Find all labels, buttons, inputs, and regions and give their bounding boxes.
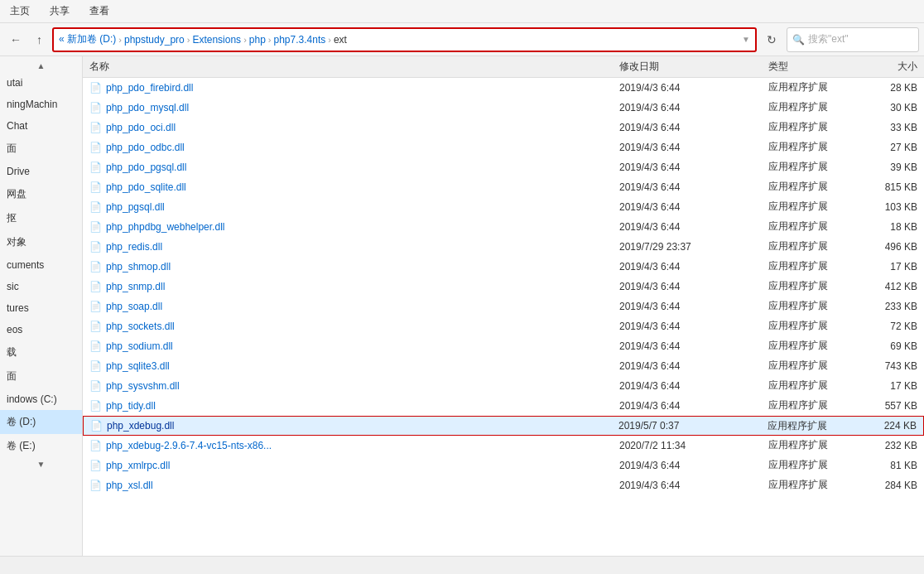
sidebar-scroll-up[interactable]: ▲	[0, 60, 82, 72]
address-box[interactable]: « 新加卷 (D:) › phpstudy_pro › Extensions ›…	[52, 27, 757, 52]
back-button[interactable]: ←	[5, 31, 26, 48]
file-name-cell: 📄 php_pdo_firebird.dll	[89, 82, 619, 94]
refresh-button[interactable]: ↻	[762, 31, 782, 48]
file-size: 17 KB	[851, 261, 917, 273]
file-name-text: php_pdo_pgsql.dll	[106, 162, 186, 173]
col-date[interactable]: 修改日期	[619, 60, 768, 74]
forward-button[interactable]: ↑	[31, 31, 47, 48]
sidebar-item-11[interactable]: eos	[0, 319, 82, 340]
sidebar-item-3[interactable]: 面	[0, 137, 82, 161]
file-name-text: php_xmlrpc.dll	[106, 460, 170, 471]
file-type: 应用程序扩展	[768, 339, 851, 353]
dll-icon: 📄	[89, 301, 102, 312]
col-type[interactable]: 类型	[768, 60, 851, 74]
sidebar-item-8[interactable]: cuments	[0, 254, 82, 276]
breadcrumb-php[interactable]: php	[249, 34, 266, 46]
sidebar-item-13[interactable]: 面	[0, 364, 82, 388]
col-name[interactable]: 名称	[89, 60, 619, 74]
menu-home[interactable]: 主页	[7, 2, 33, 20]
table-row[interactable]: 📄 php_xdebug.dll 2019/5/7 0:37 应用程序扩展 22…	[83, 416, 924, 436]
table-row[interactable]: 📄 php_pgsql.dll 2019/4/3 6:44 应用程序扩展 103…	[83, 197, 924, 217]
table-row[interactable]: 📄 php_tidy.dll 2019/4/3 6:44 应用程序扩展 557 …	[83, 396, 924, 416]
table-row[interactable]: 📄 php_snmp.dll 2019/4/3 6:44 应用程序扩展 412 …	[83, 277, 924, 297]
sidebar-item-7[interactable]: 对象	[0, 230, 82, 254]
table-row[interactable]: 📄 php_pdo_sqlite.dll 2019/4/3 6:44 应用程序扩…	[83, 177, 924, 197]
sidebar-item-9[interactable]: sic	[0, 276, 82, 297]
file-date: 2019/4/3 6:44	[619, 181, 768, 193]
table-row[interactable]: 📄 php_sodium.dll 2019/4/3 6:44 应用程序扩展 69…	[83, 336, 924, 356]
sidebar-item-2[interactable]: Chat	[0, 115, 82, 137]
table-row[interactable]: 📄 php_xdebug-2.9.6-7.4-vc15-nts-x86... 2…	[83, 436, 924, 456]
breadcrumb: « 新加卷 (D:) › phpstudy_pro › Extensions ›…	[59, 32, 735, 46]
file-type: 应用程序扩展	[768, 259, 851, 273]
dll-icon: 📄	[89, 321, 102, 332]
breadcrumb-phpver[interactable]: php7.3.4nts	[274, 34, 326, 46]
file-date: 2019/4/3 6:44	[619, 460, 768, 471]
file-date: 2019/4/3 6:44	[619, 162, 768, 173]
file-size: 815 KB	[851, 181, 917, 193]
file-name-cell: 📄 php_xdebug.dll	[90, 420, 618, 432]
breadcrumb-extensions[interactable]: Extensions	[192, 34, 241, 46]
dll-icon: 📄	[89, 340, 102, 352]
address-chevron-icon[interactable]: ▼	[742, 35, 750, 44]
sidebar-item-14[interactable]: indows (C:)	[0, 388, 82, 410]
col-size[interactable]: 大小	[851, 60, 917, 74]
file-type: 应用程序扩展	[768, 419, 850, 433]
menu-view[interactable]: 查看	[86, 2, 113, 20]
table-row[interactable]: 📄 php_pdo_mysql.dll 2019/4/3 6:44 应用程序扩展…	[83, 98, 924, 118]
table-row[interactable]: 📄 php_redis.dll 2019/7/29 23:37 应用程序扩展 4…	[83, 237, 924, 257]
menu-share[interactable]: 共享	[46, 2, 73, 20]
breadcrumb-phpstudy[interactable]: phpstudy_pro	[124, 34, 185, 46]
sidebar-item-10[interactable]: tures	[0, 297, 82, 319]
breadcrumb-drive[interactable]: « 新加卷 (D:)	[59, 32, 116, 46]
file-name-text: php_soap.dll	[106, 301, 162, 312]
table-row[interactable]: 📄 php_sysvshm.dll 2019/4/3 6:44 应用程序扩展 1…	[83, 376, 924, 396]
table-row[interactable]: 📄 php_sockets.dll 2019/4/3 6:44 应用程序扩展 7…	[83, 316, 924, 336]
table-row[interactable]: 📄 php_pdo_oci.dll 2019/4/3 6:44 应用程序扩展 3…	[83, 118, 924, 137]
sidebar-item-4[interactable]: Drive	[0, 161, 82, 182]
sidebar-item-12[interactable]: 载	[0, 340, 82, 364]
file-size: 72 KB	[851, 321, 917, 332]
file-date: 2019/7/29 23:37	[619, 241, 768, 253]
file-name-text: php_pdo_mysql.dll	[106, 102, 189, 113]
table-row[interactable]: 📄 php_xmlrpc.dll 2019/4/3 6:44 应用程序扩展 81…	[83, 456, 924, 475]
file-date: 2019/4/3 6:44	[619, 102, 768, 113]
sidebar-item-15[interactable]: 卷 (D:)	[0, 410, 82, 434]
file-name-text: php_snmp.dll	[106, 281, 165, 292]
table-row[interactable]: 📄 php_xsl.dll 2019/4/3 6:44 应用程序扩展 284 K…	[83, 475, 924, 495]
file-name-text: php_pdo_odbc.dll	[106, 142, 185, 153]
dll-icon: 📄	[89, 241, 102, 253]
sidebar-item-0[interactable]: utai	[0, 72, 82, 94]
file-area: 名称 修改日期 类型 大小 📄 php_pdo_firebird.dll 201…	[83, 56, 924, 556]
table-row[interactable]: 📄 php_pdo_odbc.dll 2019/4/3 6:44 应用程序扩展 …	[83, 137, 924, 157]
search-box[interactable]: 🔍 搜索"ext"	[787, 27, 919, 52]
file-date: 2019/5/7 0:37	[618, 420, 768, 432]
file-name-cell: 📄 php_pdo_odbc.dll	[89, 142, 619, 153]
sidebar-item-1[interactable]: ningMachin	[0, 94, 82, 115]
table-row[interactable]: 📄 php_soap.dll 2019/4/3 6:44 应用程序扩展 233 …	[83, 297, 924, 316]
main-area: ▲ utainingMachinChat面Drive网盘抠对象cumentssi…	[0, 56, 924, 556]
sidebar-item-6[interactable]: 抠	[0, 206, 82, 230]
file-name-cell: 📄 php_xmlrpc.dll	[89, 460, 619, 471]
table-row[interactable]: 📄 php_shmop.dll 2019/4/3 6:44 应用程序扩展 17 …	[83, 257, 924, 277]
file-size: 81 KB	[851, 460, 917, 471]
breadcrumb-ext[interactable]: ext	[334, 34, 347, 46]
file-name-text: php_pdo_firebird.dll	[106, 82, 193, 94]
sidebar-scroll-down[interactable]: ▼	[0, 458, 82, 470]
table-row[interactable]: 📄 php_phpdbg_webhelper.dll 2019/4/3 6:44…	[83, 217, 924, 237]
file-type: 应用程序扩展	[768, 478, 851, 492]
file-date: 2019/4/3 6:44	[619, 261, 768, 273]
file-size: 69 KB	[851, 340, 917, 352]
table-row[interactable]: 📄 php_sqlite3.dll 2019/4/3 6:44 应用程序扩展 7…	[83, 356, 924, 376]
sidebar-item-16[interactable]: 卷 (E:)	[0, 434, 82, 458]
sidebar-item-5[interactable]: 网盘	[0, 182, 82, 206]
table-row[interactable]: 📄 php_pdo_pgsql.dll 2019/4/3 6:44 应用程序扩展…	[83, 157, 924, 177]
table-row[interactable]: 📄 php_pdo_firebird.dll 2019/4/3 6:44 应用程…	[83, 78, 924, 98]
file-date: 2019/4/3 6:44	[619, 321, 768, 332]
file-name-cell: 📄 php_pdo_sqlite.dll	[89, 181, 619, 193]
file-date: 2020/7/2 11:34	[619, 440, 768, 451]
column-header: 名称 修改日期 类型 大小	[83, 56, 924, 78]
file-type: 应用程序扩展	[768, 200, 851, 214]
dll-icon: 📄	[89, 142, 102, 153]
file-type: 应用程序扩展	[768, 379, 851, 393]
